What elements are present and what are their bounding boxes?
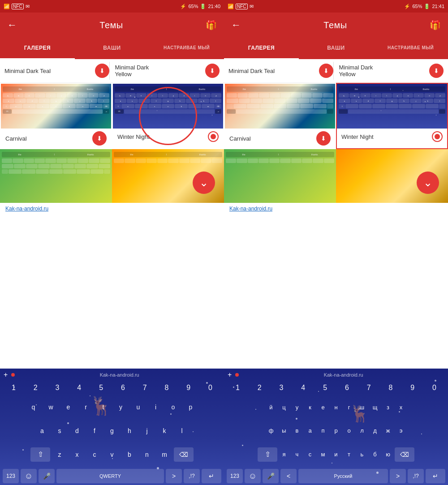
winter-night-card-left[interactable]: the I thanks q w e r t	[112, 83, 224, 149]
kb-num-8r[interactable]: 8	[382, 382, 399, 394]
kb-э[interactable]: э	[395, 424, 407, 438]
kb-num-1[interactable]: 1	[5, 382, 22, 394]
kb-enter-left[interactable]: ↵	[202, 469, 221, 483]
kb-л[interactable]: л	[356, 424, 368, 438]
kb-ф[interactable]: ф	[265, 424, 277, 438]
minimal-dark-teal[interactable]: Minimal Dark Teal ⬇	[4, 64, 109, 78]
kb-з[interactable]: з	[382, 400, 394, 414]
winter-night-card-right[interactable]: the I thanks q w e r t	[336, 83, 448, 149]
chevron-download-left[interactable]: ⌄	[193, 172, 215, 194]
kb-н[interactable]: н	[330, 400, 342, 414]
kb-s[interactable]: s	[52, 424, 68, 438]
kb-c[interactable]: c	[86, 447, 103, 462]
carnival-card-right[interactable]: the I thanks	[224, 83, 336, 149]
kb-plus-left[interactable]: +	[4, 371, 8, 379]
kb-l[interactable]: l	[174, 424, 190, 438]
back-button-right[interactable]: ←	[231, 19, 241, 31]
kb-enter-right[interactable]: ↵	[426, 469, 445, 483]
kb-backspace-left[interactable]: ⌫	[174, 447, 194, 462]
kb-к[interactable]: к	[304, 400, 316, 414]
kb-u[interactable]: u	[130, 400, 146, 414]
kb-space-left[interactable]: QWERTY	[56, 469, 164, 483]
carnival-download-left[interactable]: ⬇	[92, 131, 107, 146]
minimal-yellow-download-right[interactable]: ⬇	[429, 64, 444, 78]
kb-num-2[interactable]: 2	[27, 382, 44, 394]
kb-num-4[interactable]: 4	[71, 382, 88, 394]
kb-m[interactable]: m	[156, 447, 172, 462]
kb-num-5[interactable]: 5	[93, 382, 110, 394]
kb-num-9[interactable]: 9	[180, 382, 197, 394]
gift-button-right[interactable]: 🎁	[430, 20, 441, 30]
kb-j[interactable]: j	[139, 424, 155, 438]
green-keyboard-card-right[interactable]: the I thanks	[224, 149, 336, 203]
kb-х[interactable]: х	[395, 400, 407, 414]
tab-yours-left[interactable]: ВАШИ	[75, 38, 150, 59]
kb-i[interactable]: i	[148, 400, 164, 414]
green-keyboard-card-left[interactable]: the I thanks	[0, 149, 112, 203]
kb-num-7[interactable]: 7	[136, 382, 153, 394]
kb-shift-right[interactable]: ⇧	[258, 447, 277, 462]
kb-м[interactable]: м	[317, 447, 329, 462]
kb-r[interactable]: r	[78, 400, 94, 414]
tab-custom-left[interactable]: НАСТРАИВАЕ МЫЙ	[149, 38, 224, 59]
kb-lang-left[interactable]: >	[166, 469, 182, 483]
minimal-dark-yellow-right[interactable]: Minimal DarkYellow ⬇	[334, 64, 444, 78]
carnival-download-right[interactable]: ⬇	[316, 131, 331, 146]
kb-ж[interactable]: ж	[382, 424, 394, 438]
kb-space-right[interactable]: Русский	[298, 469, 388, 483]
kb-d[interactable]: d	[69, 424, 85, 438]
kb-w[interactable]: w	[43, 400, 59, 414]
kb-num-toggle-right[interactable]: 123	[227, 469, 243, 483]
kb-в[interactable]: в	[291, 424, 303, 438]
tab-gallery-left[interactable]: ГАЛЕРЕЯ	[0, 38, 75, 59]
kb-g[interactable]: g	[104, 424, 120, 438]
kb-x[interactable]: x	[69, 447, 85, 462]
kb-num-9r[interactable]: 9	[404, 382, 421, 394]
kb-lang-left2[interactable]: <	[280, 469, 297, 483]
kb-т[interactable]: т	[343, 447, 355, 462]
kb-ч[interactable]: ч	[291, 447, 303, 462]
minimal-teal-download[interactable]: ⬇	[95, 64, 109, 78]
minimal-dark-teal-right[interactable]: Minimal Dark Teal ⬇	[228, 64, 333, 78]
kb-mic-left[interactable]: 🎤	[39, 469, 55, 483]
kb-ы[interactable]: ы	[278, 424, 290, 438]
kb-y[interactable]: y	[113, 400, 129, 414]
kb-num-1r[interactable]: 1	[229, 382, 246, 394]
kb-num-5r[interactable]: 5	[317, 382, 334, 394]
kb-q[interactable]: q	[26, 400, 42, 414]
kb-t[interactable]: t	[95, 400, 112, 414]
chevron-download-right[interactable]: ⌄	[417, 172, 439, 194]
kb-и[interactable]: и	[330, 447, 342, 462]
kb-я[interactable]: я	[278, 447, 290, 462]
minimal-teal-download-right[interactable]: ⬇	[319, 64, 333, 78]
kb-num-toggle-left[interactable]: 123	[3, 469, 19, 483]
kb-num-2r[interactable]: 2	[251, 382, 268, 394]
kb-num-0r[interactable]: 0	[426, 382, 443, 394]
kb-e[interactable]: e	[60, 400, 77, 414]
kb-punct-right[interactable]: ,!?	[408, 469, 424, 483]
site-link-right[interactable]: Kak-na-android.ru	[224, 203, 448, 215]
tab-gallery-right[interactable]: ГАЛЕРЕЯ	[224, 38, 299, 59]
kb-num-6r[interactable]: 6	[338, 382, 355, 394]
kb-с[interactable]: с	[304, 447, 316, 462]
kb-p[interactable]: p	[183, 400, 199, 414]
kb-й[interactable]: й	[265, 400, 277, 414]
kb-п[interactable]: п	[317, 424, 329, 438]
kb-z[interactable]: z	[52, 447, 68, 462]
kb-lang-right[interactable]: >	[390, 469, 406, 483]
gold-keyboard-card-right[interactable]: ⌄	[336, 149, 448, 203]
minimal-yellow-download[interactable]: ⬇	[205, 64, 220, 78]
kb-р[interactable]: р	[330, 424, 342, 438]
kb-num-4r[interactable]: 4	[295, 382, 312, 394]
carnival-card-left[interactable]: the I thanks q w e r t	[0, 83, 112, 149]
kb-h[interactable]: h	[121, 424, 138, 438]
kb-o[interactable]: o	[165, 400, 181, 414]
kb-plus-right[interactable]: +	[228, 371, 232, 379]
winter-radio-left[interactable]	[208, 131, 219, 142]
kb-f[interactable]: f	[86, 424, 103, 438]
kb-num-6[interactable]: 6	[114, 382, 131, 394]
minimal-dark-yellow[interactable]: Minimal DarkYellow ⬇	[110, 64, 220, 78]
kb-v[interactable]: v	[104, 447, 120, 462]
kb-г[interactable]: г	[343, 400, 355, 414]
kb-mic-right[interactable]: 🎤	[263, 469, 279, 483]
